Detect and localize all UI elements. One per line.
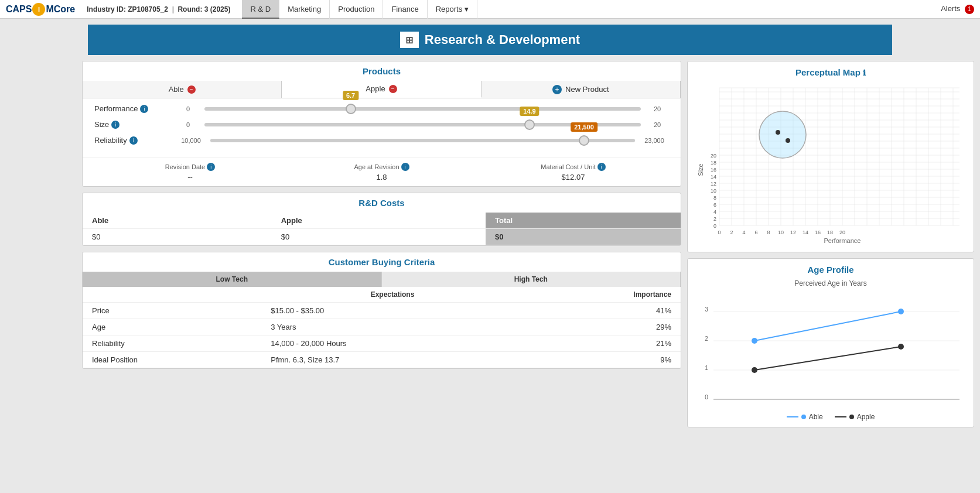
revision-cost-info-icon[interactable]: i: [597, 163, 606, 171]
cbc-table: Expectations Importance Price $15.00 - $…: [83, 287, 681, 368]
costs-apple-value: $0: [272, 229, 486, 245]
revision-date-value: --: [187, 173, 193, 182]
svg-text:16: 16: [711, 167, 716, 173]
tab-apple-remove[interactable]: −: [389, 85, 397, 93]
able-dot-1: [752, 338, 757, 344]
apple-legend-label: Apple: [857, 413, 875, 421]
reliability-min: 10,000: [176, 137, 206, 144]
reliability-info-icon[interactable]: i: [129, 136, 138, 145]
nav-reports[interactable]: Reports ▾: [428, 0, 478, 19]
apple-legend-dot: [849, 415, 854, 419]
cbc-importance: 21%: [524, 335, 681, 352]
reliability-slider-container: 10,000 21,500 23,000: [176, 137, 669, 144]
svg-text:18: 18: [711, 160, 716, 166]
cbc-expectations: 3 Years: [261, 319, 524, 335]
map-dot-able: [776, 130, 780, 135]
products-card: Products Able − Apple − + New Product: [82, 61, 681, 187]
top-nav: CAPS I M Core Industry ID: ZP108705_2 | …: [0, 0, 980, 19]
performance-max: 20: [646, 105, 669, 112]
svg-text:14: 14: [711, 174, 716, 180]
age-profile-area: 0 1 2 3: [694, 291, 968, 408]
svg-text:20: 20: [839, 230, 845, 235]
tab-able[interactable]: Able −: [83, 81, 282, 98]
tab-apple[interactable]: Apple −: [282, 81, 481, 98]
nav-links: R & D Marketing Production Finance Repor…: [242, 0, 941, 19]
revision-cost-value: $12.07: [562, 173, 585, 182]
able-legend-label: Able: [809, 413, 823, 421]
nav-rd[interactable]: R & D: [242, 0, 279, 19]
svg-text:4: 4: [742, 230, 745, 235]
cbc-table-row: Reliability 14,000 - 20,000 Hours 21%: [83, 335, 681, 352]
revision-age-label: Age at Revision i: [354, 163, 409, 171]
slider-section: Performance i 0 6.7 20 Si: [83, 98, 681, 158]
size-info-icon[interactable]: i: [111, 121, 119, 129]
rd-costs-table: Able Apple Total $0 $0 $0: [83, 213, 681, 245]
logo-icon: I: [32, 3, 45, 16]
industry-info: Industry ID: ZP108705_2 | Round: 3 (2025…: [87, 5, 230, 13]
cbc-criteria: Ideal Position: [83, 352, 261, 368]
cbc-col-expectations: Expectations: [261, 287, 524, 303]
cbc-importance: 9%: [524, 352, 681, 368]
round-value: 3 (2025): [204, 5, 231, 13]
alerts[interactable]: Alerts 1: [941, 4, 974, 14]
revision-age-info-icon[interactable]: i: [401, 163, 409, 171]
age-profile-subtitle: Perceived Age in Years: [694, 279, 968, 287]
cbc-expectations: $15.00 - $35.00: [261, 303, 524, 319]
reliability-thumb[interactable]: [579, 135, 589, 146]
revision-date-label: Revision Date i: [165, 163, 215, 171]
cbc-tab-lowtech[interactable]: Low Tech: [83, 272, 382, 287]
svg-text:1: 1: [705, 365, 708, 371]
revision-age-item: Age at Revision i 1.8: [286, 163, 477, 182]
svg-text:10: 10: [711, 188, 716, 194]
svg-text:12: 12: [711, 181, 716, 187]
logo-core: Core: [54, 4, 75, 15]
tab-able-label: Able: [169, 85, 184, 94]
performance-track: 6.7: [204, 107, 641, 111]
nav-finance[interactable]: Finance: [383, 0, 427, 19]
svg-text:0: 0: [718, 230, 721, 235]
cbc-expectations: 14,000 - 20,000 Hours: [261, 335, 524, 352]
cbc-importance: 29%: [524, 319, 681, 335]
svg-text:2: 2: [705, 335, 708, 342]
svg-text:14: 14: [803, 230, 808, 235]
perceptual-map-info-icon[interactable]: ℹ: [863, 69, 866, 77]
svg-text:6: 6: [713, 202, 716, 208]
revision-date-item: Revision Date i --: [94, 163, 286, 182]
cbc-tab-hightech[interactable]: High Tech: [382, 272, 681, 287]
tab-new-add-icon: +: [552, 85, 562, 94]
performance-info-icon[interactable]: i: [140, 105, 148, 113]
products-title: Products: [83, 61, 681, 81]
costs-col-able: Able: [83, 213, 272, 229]
svg-text:4: 4: [713, 209, 716, 215]
performance-row: Performance i 0 6.7 20: [94, 104, 669, 113]
svg-text:20: 20: [711, 153, 716, 159]
reliability-track: 21,500: [210, 139, 635, 142]
revision-cost-item: Material Cost / Unit i $12.07: [477, 163, 669, 182]
tab-able-remove[interactable]: −: [187, 85, 196, 94]
reliability-max: 23,000: [640, 137, 669, 144]
svg-text:3: 3: [705, 306, 708, 313]
cbc-criteria: Reliability: [83, 335, 261, 352]
size-thumb[interactable]: [524, 119, 535, 130]
nav-marketing[interactable]: Marketing: [279, 0, 330, 19]
page-title: Research & Development: [425, 32, 580, 47]
industry-id: ZP108705_2: [128, 5, 168, 13]
age-profile-card: Age Profile Perceived Age in Years 0 1 2…: [687, 258, 974, 427]
revision-date-info-icon[interactable]: i: [207, 163, 215, 171]
performance-tooltip: 6.7: [343, 91, 358, 100]
able-dot-2: [898, 309, 904, 314]
apple-dot-1: [752, 367, 757, 373]
perceptual-map-svg: Size Performance: [694, 82, 968, 246]
tab-new-product[interactable]: + New Product: [482, 81, 681, 98]
cbc-col-criteria: [83, 287, 261, 303]
round-label: Round:: [177, 5, 202, 13]
age-profile-title: Age Profile: [694, 265, 968, 275]
logo-sim: M: [46, 4, 53, 15]
alert-badge: 1: [965, 5, 974, 14]
nav-production[interactable]: Production: [330, 0, 383, 19]
right-panel: Perceptual Map ℹ Size Performance: [687, 61, 974, 427]
cbc-title: Customer Buying Criteria: [83, 252, 681, 272]
performance-thumb[interactable]: [346, 104, 356, 114]
main-content: Products Able − Apple − + New Product: [0, 55, 980, 433]
tab-apple-label: Apple: [366, 84, 385, 93]
